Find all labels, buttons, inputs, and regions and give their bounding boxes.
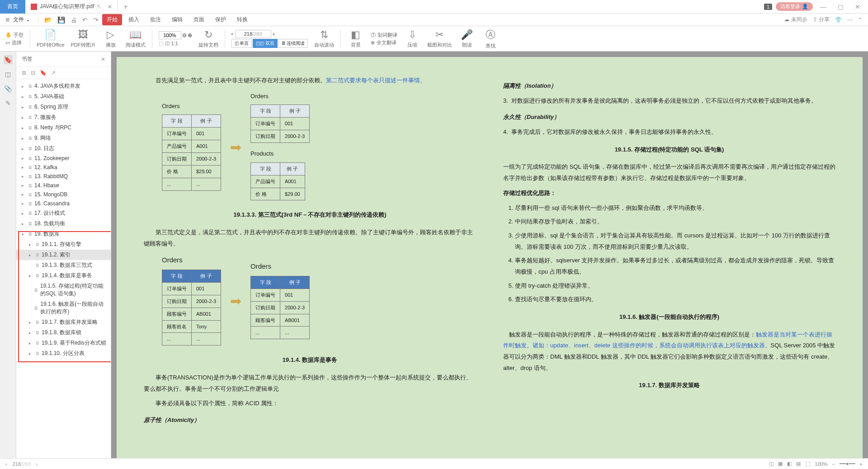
view-mode-2-icon[interactable]: ▦ — [778, 461, 783, 467]
fit-width-icon[interactable]: ⬚ — [159, 40, 163, 46]
bookmark-item[interactable]: ▸🗎8. Netty 与RPC — [16, 123, 111, 133]
thumbnail-panel-icon[interactable]: ◫ — [4, 70, 13, 79]
translate-full-button[interactable]: ⊕全文翻译 — [371, 39, 397, 46]
share-button[interactable]: ⇪ 分享 — [813, 16, 830, 24]
fit-icon[interactable]: ⛶ — [805, 461, 810, 467]
bookmark-item[interactable]: ▸🗎11. Zookeeper — [16, 154, 111, 163]
tab-insert[interactable]: 插入 — [124, 14, 144, 25]
bookmark-subitem[interactable]: 🗎19.1.6. 触发器(一段能自动执行的程序) — [16, 299, 111, 317]
bookmark-subitem[interactable]: ▸🗎19.1.2. 索引 — [16, 250, 111, 260]
notification-badge[interactable]: 1 — [764, 4, 772, 10]
bookmark-add-icon[interactable]: 🔖 — [40, 70, 47, 76]
bookmark-item-database[interactable]: ▾🗎19. 数据库 — [16, 229, 111, 239]
maximize-button[interactable]: ▢ — [834, 3, 847, 10]
signature-panel-icon[interactable]: ✎ — [4, 99, 13, 108]
bookmark-subitem[interactable]: ▸🗎19.1.1. 存储引擎 — [16, 239, 111, 250]
new-tab-button[interactable]: + — [118, 3, 133, 11]
guest-login-button[interactable]: 访客登录👤 — [776, 2, 813, 11]
view-mode-4-icon[interactable]: ▤ — [796, 461, 801, 467]
collapse-ribbon-icon[interactable]: ⌃ — [858, 17, 863, 23]
sync-status[interactable]: ☁ 未同步 — [784, 16, 807, 24]
tab-annotate[interactable]: 批注 — [146, 14, 165, 25]
hamburger-icon[interactable]: ≡ — [5, 16, 9, 24]
save-icon[interactable]: 💾 — [56, 16, 67, 24]
page-status[interactable]: 218/283 — [13, 461, 31, 467]
file-tab[interactable]: JAVA核心知识整理.pdf ⇱ ✕ — [25, 0, 118, 14]
zoom-input[interactable] — [159, 31, 181, 39]
zoom-in-icon[interactable]: ⊕ — [188, 32, 192, 38]
bookmark-subitem[interactable]: ▸🗎19.1.8. 数据库锁 — [16, 327, 111, 338]
bookmark-nav-icon[interactable]: ↗ — [51, 70, 56, 76]
redo-icon[interactable]: ↷ — [91, 16, 100, 24]
hand-tool[interactable]: ✋手型 — [5, 32, 24, 38]
next-page-status[interactable]: › — [36, 461, 38, 467]
background-button[interactable]: ◧背景 — [347, 29, 364, 48]
view-mode-1-icon[interactable]: ◫ — [769, 461, 774, 467]
bookmark-item[interactable]: ▸🗎6. Spring 原理 — [16, 102, 111, 112]
continuous-button[interactable]: ≣ 连续阅读 — [278, 39, 308, 48]
rotate-button[interactable]: ↻旋转文档 — [198, 29, 218, 48]
zoom-in-status[interactable]: + — [860, 461, 863, 467]
tab-edit[interactable]: 编辑 — [167, 14, 187, 25]
skin-icon[interactable]: 👕 — [835, 17, 842, 23]
play-button[interactable]: ▷播放 — [102, 29, 119, 48]
single-page-button[interactable]: ◫ 单页 — [231, 39, 252, 48]
double-page-button[interactable]: ◫◫ 双页 — [253, 39, 278, 48]
screenshot-button[interactable]: ✂截图和对比 — [427, 29, 452, 48]
bookmark-item[interactable]: ▸🗎5. JAVA基础 — [16, 91, 111, 102]
bookmark-subitem[interactable]: ▸🗎19.1.4. 数据库是事务 — [16, 270, 111, 281]
zoom-out-status[interactable]: − — [832, 461, 835, 467]
next-page-icon[interactable]: › — [273, 31, 275, 37]
actual-size-icon[interactable]: 1:1 — [171, 41, 178, 46]
page-input[interactable]: 218/283 — [235, 30, 271, 38]
pdf-to-image-button[interactable]: 🖼PDF转图片 — [71, 29, 96, 48]
compress-button[interactable]: ⇩压缩 — [404, 29, 421, 48]
minimize-button[interactable]: — — [816, 3, 830, 10]
prev-page-icon[interactable]: ‹ — [231, 31, 233, 37]
bookmark-panel-icon[interactable]: 🔖 — [4, 55, 13, 64]
bookmark-item[interactable]: ▸🗎16. Cassandra — [16, 199, 111, 208]
tab-pin-icon[interactable]: ⇱ — [97, 4, 101, 10]
zoom-status[interactable]: 100% — [815, 461, 827, 467]
tab-protect[interactable]: 保护 — [211, 14, 231, 25]
bookmark-item[interactable]: ▸🗎18. 负载均衡 — [16, 218, 111, 229]
open-icon[interactable]: 📂 — [42, 16, 54, 24]
bookmark-item[interactable]: ▸🗎14. Hbase — [16, 181, 111, 190]
undo-icon[interactable]: ↶ — [80, 16, 90, 24]
read-mode-button[interactable]: 📖阅读模式 — [126, 29, 146, 48]
bookmark-subitem[interactable]: ▸🗎19.1.9. 基于Redis分布式锁 — [16, 338, 111, 348]
tab-start[interactable]: 开始 — [102, 14, 122, 25]
close-window-button[interactable]: ✕ — [851, 3, 864, 10]
tab-page[interactable]: 页面 — [189, 14, 209, 25]
tab-convert[interactable]: 转换 — [232, 14, 252, 25]
translate-selection-button[interactable]: Ⓣ划词翻译 — [371, 32, 397, 38]
file-menu[interactable]: 文件 ⌄ — [13, 16, 30, 24]
zoom-out-icon[interactable]: ⊖ — [182, 32, 187, 38]
collapse-all-icon[interactable]: ⊟ — [31, 70, 35, 76]
read-aloud-button[interactable]: 🎤朗读 — [458, 29, 476, 48]
bookmark-item[interactable]: ▸🗎13. RabbitMQ — [16, 172, 111, 181]
bookmark-item[interactable]: ▸🗎7. 微服务 — [16, 112, 111, 123]
bookmark-subitem[interactable]: 🗎19.1.3. 数据库三范式 — [16, 260, 111, 270]
bookmark-subitem[interactable]: 🗎19.1.5. 存储过程(特定功能的SQL 语句集) — [16, 281, 111, 299]
attachment-panel-icon[interactable]: 📎 — [4, 84, 13, 93]
bookmark-subitem[interactable]: ▸🗎19.1.7. 数据库并发策略 — [16, 317, 111, 327]
prev-page-status[interactable]: ‹ — [5, 461, 7, 467]
bookmark-item[interactable]: ▸🗎9. 网络 — [16, 133, 111, 143]
bookmark-item[interactable]: ▸🗎15. MongoDB — [16, 190, 111, 199]
fit-page-icon[interactable]: ◫ — [165, 40, 170, 46]
find-button[interactable]: Ⓐ查找 — [482, 28, 499, 49]
close-tab-icon[interactable]: ✕ — [108, 4, 112, 10]
view-mode-3-icon[interactable]: ◧ — [787, 461, 792, 467]
print-icon[interactable]: 🖨 — [69, 16, 79, 24]
expand-all-icon[interactable]: ⊞ — [22, 70, 26, 76]
select-tool[interactable]: ▭选择 — [5, 39, 24, 46]
autoscroll-button[interactable]: ⇅自动滚动 — [314, 29, 334, 48]
home-tab[interactable]: 首页 — [0, 0, 25, 14]
bookmark-item[interactable]: ▸🗎17. 设计模式 — [16, 208, 111, 218]
pdf-to-office-button[interactable]: 📄PDF转Office — [37, 29, 65, 48]
close-panel-icon[interactable]: ✕ — [101, 56, 105, 62]
zoom-slider[interactable]: ━━●━━ — [840, 461, 855, 467]
more-icon[interactable]: ⋯ — [847, 17, 853, 23]
bookmark-item[interactable]: ▸🗎12. Kafka — [16, 163, 111, 172]
